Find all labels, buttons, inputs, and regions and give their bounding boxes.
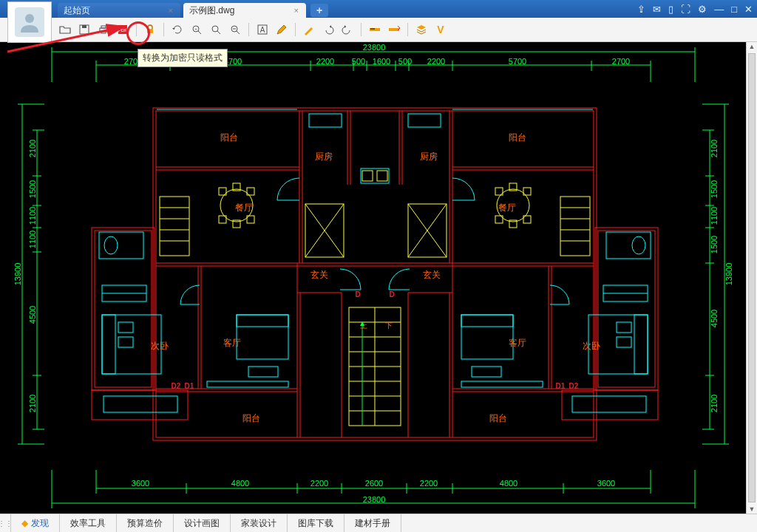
separator — [295, 23, 296, 36]
bottom-tab[interactable]: 建材手册 — [344, 514, 401, 532]
bottom-tab-bar: ⋮⋮ ◆发现 效率工具 预算造价 设计画图 家装设计 图库下载 建材手册 — [0, 514, 757, 532]
tab-label: 发现 — [31, 517, 49, 530]
dim-label: 1600 — [373, 57, 390, 66]
dim-label: 2100 — [710, 140, 719, 157]
user-avatar[interactable] — [7, 1, 52, 43]
svg-rect-180 — [560, 197, 590, 256]
dim-label: 2100 — [28, 140, 37, 157]
vip-button[interactable]: V — [433, 22, 448, 37]
save-button[interactable] — [77, 22, 92, 37]
close-icon[interactable]: × — [293, 6, 300, 15]
room-label: 玄关 — [423, 269, 441, 282]
tab-document[interactable]: 示例图.dwg × — [183, 3, 306, 18]
tab-start[interactable]: 起始页 × — [58, 3, 180, 18]
bottom-tab[interactable]: 家装设计 — [231, 514, 288, 532]
fullscreen-icon[interactable]: ⛶ — [681, 4, 690, 15]
dim-label: 1500 — [28, 180, 37, 198]
svg-rect-153 — [118, 322, 133, 332]
wechat-icon[interactable]: ✉ — [653, 4, 661, 15]
svg-text:A: A — [260, 26, 265, 34]
mobile-icon[interactable]: ▯ — [668, 4, 673, 15]
separator — [407, 23, 408, 36]
scroll-down-icon[interactable]: ▼ — [747, 504, 757, 514]
close-icon[interactable]: × — [167, 6, 174, 15]
zoom-out-button[interactable] — [228, 22, 242, 37]
room-label: 阳台 — [489, 412, 507, 425]
measure-button[interactable] — [367, 22, 382, 37]
highlight-button[interactable] — [302, 22, 316, 37]
drawing-canvas[interactable]: 23800 2700 5700 2200 500 1600 500 2200 5… — [0, 41, 757, 514]
svg-rect-2 — [82, 25, 86, 28]
tab-label: 图库下载 — [298, 517, 333, 530]
maximize-icon[interactable]: □ — [731, 4, 737, 15]
svg-rect-156 — [634, 315, 648, 374]
pdf-export-button[interactable]: PDF — [115, 22, 130, 37]
svg-rect-78 — [595, 228, 658, 390]
scrollbar-thumb[interactable] — [748, 53, 756, 502]
layers-button[interactable] — [414, 22, 429, 37]
tab-label: 示例图.dwg — [189, 4, 234, 17]
lock-encrypt-button[interactable] — [143, 22, 157, 37]
measure-continuous-button[interactable] — [387, 22, 401, 37]
room-label: 餐厅 — [235, 202, 253, 214]
text-tool-button[interactable]: A — [255, 22, 270, 37]
new-tab-button[interactable]: + — [310, 4, 328, 17]
dim-label: 2700 — [612, 57, 630, 66]
bottom-tab[interactable]: 图库下载 — [288, 514, 344, 532]
room-label: 客厅 — [509, 337, 526, 349]
room-label: 次卧 — [583, 340, 600, 352]
dim-label: 1500 — [710, 180, 719, 198]
bottom-tab[interactable]: 效率工具 — [60, 514, 117, 532]
floor-plan-svg — [0, 41, 747, 514]
vertical-scrollbar[interactable]: ▲ ▼ — [746, 41, 757, 514]
dim-label: 4500 — [28, 306, 37, 324]
redo-button[interactable] — [340, 22, 355, 37]
door-tag: D — [389, 290, 394, 299]
bottom-tab-discover[interactable]: ◆发现 — [11, 514, 60, 532]
open-button[interactable] — [58, 22, 72, 37]
door-tag: D1 — [556, 382, 566, 390]
window-controls: ⇪ ✉ ▯ ⛶ ⚙ — □ ✕ — [637, 0, 757, 18]
main-toolbar: PDF + A V — [0, 18, 757, 42]
dim-label: 4800 — [500, 479, 517, 488]
svg-point-12 — [212, 26, 218, 32]
title-bar: 起始页 × 示例图.dwg × + ⇪ ✉ ▯ ⛶ ⚙ — □ ✕ — [0, 0, 757, 18]
scroll-up-icon[interactable]: ▲ — [747, 41, 757, 52]
minimize-icon[interactable]: — — [714, 4, 724, 15]
close-window-icon[interactable]: ✕ — [744, 4, 753, 15]
door-tag: D — [355, 290, 360, 299]
svg-rect-107 — [362, 171, 373, 181]
tab-label: 设计画图 — [184, 517, 220, 530]
svg-text:+: + — [194, 27, 197, 31]
svg-line-15 — [237, 31, 240, 34]
separator — [361, 23, 361, 36]
dim-label: 2200 — [310, 479, 328, 488]
undo-button[interactable] — [321, 22, 336, 37]
document-tabs: 起始页 × 示例图.dwg × + — [58, 0, 328, 18]
dim-label: 500 — [398, 57, 412, 66]
svg-rect-154 — [118, 337, 133, 347]
pencil-button[interactable] — [274, 22, 289, 37]
svg-text:PDF: PDF — [118, 28, 127, 33]
drag-handle-icon[interactable]: ⋮⋮ — [0, 514, 11, 532]
svg-rect-168 — [472, 366, 501, 377]
room-label: 玄关 — [310, 269, 328, 282]
svg-rect-186 — [572, 396, 646, 412]
separator — [163, 23, 164, 36]
svg-line-10 — [198, 31, 201, 34]
gear-icon[interactable]: ⚙ — [698, 4, 707, 15]
share-icon[interactable]: ⇪ — [637, 4, 645, 15]
rotate-button[interactable] — [170, 22, 185, 37]
dim-label: 2100 — [710, 395, 719, 412]
dim-label: 2200 — [427, 57, 445, 66]
print-button[interactable] — [96, 22, 111, 37]
bottom-tab[interactable]: 预算造价 — [117, 514, 174, 532]
bottom-tab[interactable]: 设计画图 — [174, 514, 231, 532]
zoom-in-button[interactable] — [208, 22, 223, 37]
tab-label: 效率工具 — [70, 517, 106, 530]
svg-rect-4 — [101, 26, 106, 28]
svg-rect-23 — [389, 28, 399, 31]
svg-rect-173 — [606, 232, 651, 259]
svg-point-0 — [25, 14, 34, 23]
zoom-window-button[interactable]: + — [189, 22, 204, 37]
